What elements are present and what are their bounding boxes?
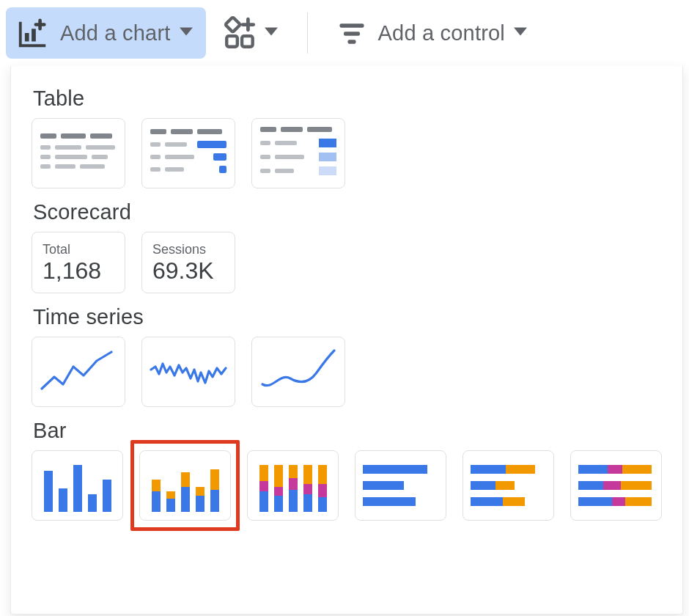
section-title-bar: Bar (33, 419, 662, 443)
section-title-table: Table (33, 87, 662, 111)
toolbar-separator (307, 12, 308, 54)
svg-rect-1 (32, 29, 36, 41)
svg-rect-2 (225, 17, 240, 32)
svg-rect-7 (347, 40, 355, 44)
shapes-plus-icon (222, 15, 259, 51)
bar-row (32, 450, 662, 521)
community-visualizations-button[interactable] (210, 7, 290, 59)
filter-icon (336, 17, 368, 49)
chart-option-bar-stacked-column[interactable] (139, 450, 231, 521)
scorecard-value: 1,168 (43, 257, 116, 285)
toolbar: Add a chart Add a control (0, 0, 689, 66)
svg-rect-3 (226, 36, 237, 47)
svg-rect-4 (242, 36, 253, 47)
chart-option-scorecard[interactable]: Total 1,168 (32, 232, 125, 293)
chart-option-bar-100-stacked-horizontal[interactable] (570, 450, 662, 521)
add-chart-label: Add a chart (60, 21, 171, 45)
scorecard-label: Sessions (152, 243, 226, 257)
svg-rect-6 (344, 32, 360, 36)
add-control-button[interactable]: Add a control (325, 7, 541, 59)
scorecard-value: 69.3K (152, 257, 226, 285)
add-chart-button[interactable]: Add a chart (6, 7, 206, 59)
table-row (32, 118, 662, 188)
add-chart-icon (16, 16, 50, 50)
timeseries-row (32, 337, 662, 407)
caret-down-icon (514, 25, 527, 41)
add-chart-dropdown: Table (10, 66, 683, 615)
chart-option-bar-column[interactable] (32, 450, 123, 521)
chart-option-timeseries-smooth[interactable] (251, 337, 345, 407)
chart-option-scorecard-compact[interactable]: Sessions 69.3K (141, 232, 235, 293)
caret-down-icon (265, 25, 278, 41)
chart-option-bar-stacked-horizontal[interactable] (463, 450, 554, 521)
caret-down-icon (180, 25, 193, 41)
scorecard-row: Total 1,168 Sessions 69.3K (32, 232, 662, 293)
svg-rect-5 (339, 23, 364, 28)
chart-option-table-bars[interactable] (141, 118, 235, 188)
chart-option-bar-100-stacked-column[interactable] (247, 450, 339, 521)
scorecard-label: Total (43, 243, 116, 257)
section-title-timeseries: Time series (33, 305, 662, 329)
chart-option-timeseries-sparkline[interactable] (141, 337, 235, 407)
chart-option-table-heatmap[interactable] (251, 118, 345, 188)
svg-rect-0 (25, 33, 29, 42)
chart-option-bar-horizontal[interactable] (355, 450, 446, 521)
add-control-label: Add a control (378, 21, 506, 45)
chart-option-table[interactable] (32, 118, 125, 188)
section-title-scorecard: Scorecard (33, 200, 662, 224)
chart-option-timeseries-line[interactable] (32, 337, 125, 407)
